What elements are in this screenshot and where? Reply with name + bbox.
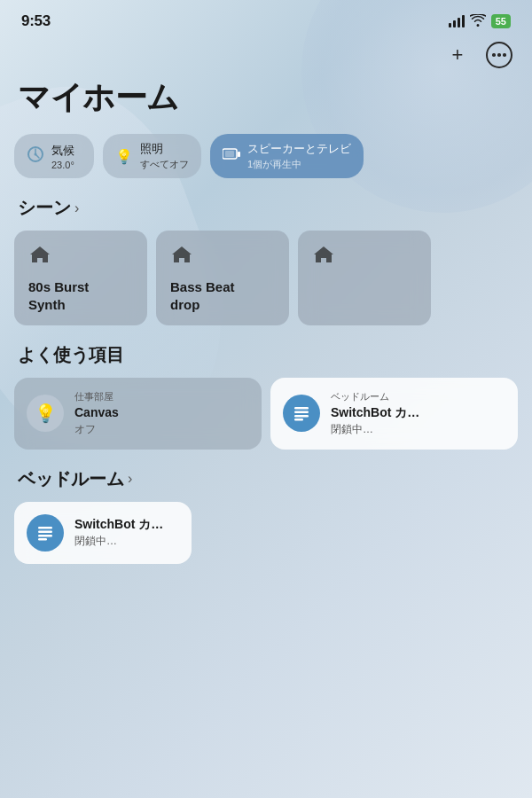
bedroom-device-card[interactable]: SwitchBot カ… 閉鎖中… [14,502,192,564]
bedroom-section-header: ベッドルーム › [0,467,532,502]
av-label: スピーカーとテレビ [247,141,351,157]
fav-card-canvas[interactable]: 💡 仕事部屋 Canvas オフ [14,378,262,450]
switchbot-fav-name: SwitchBot カ… [331,405,419,420]
climate-icon [27,145,44,167]
scene-icon-1 [28,243,133,271]
status-time: 9:53 [21,12,51,30]
switchbot-icon-circle [283,395,320,432]
scene-card-2[interactable]: Bass Beatdrop [156,231,289,325]
svg-rect-4 [238,152,240,157]
bedroom-title: ベッドルーム [18,467,124,491]
switchbot-fav-status: 閉鎖中… [331,422,419,437]
add-button[interactable]: + [443,41,472,69]
scene-row: 80s BurstSynth Bass Beatdrop [0,231,532,343]
bedroom-device-name: SwitchBot カ… [74,517,163,532]
svg-rect-10 [38,530,52,533]
svg-rect-3 [225,151,234,157]
battery-indicator: 55 [491,14,511,28]
action-bar: + [0,37,532,76]
favorites-row: 💡 仕事部屋 Canvas オフ ベッドルーム SwitchBot カ… [0,378,532,467]
signal-icon [449,15,465,27]
favorites-section-header: よく使う項目 [0,343,532,378]
scene-name-2: Bass Beatdrop [170,278,275,313]
status-icons: 55 [449,14,511,29]
category-climate[interactable]: 気候 23.0° [14,134,94,178]
category-row: 気候 23.0° 💡 照明 すべてオフ スピーカーとテレビ 1個が再生中 [0,134,532,196]
scene-icon-3 [312,243,417,271]
canvas-status: オフ [74,422,119,437]
climate-sub: 23.0° [51,160,74,170]
svg-rect-12 [38,538,47,541]
svg-point-1 [35,153,37,156]
bedroom-device-status: 閉鎖中… [74,534,163,549]
canvas-location: 仕事部屋 [74,390,119,403]
category-lighting[interactable]: 💡 照明 すべてオフ [103,134,201,178]
more-options-button[interactable] [486,42,512,68]
svg-rect-5 [294,407,309,410]
category-av[interactable]: スピーカーとテレビ 1個が再生中 [210,134,364,178]
bedroom-switchbot-icon [27,514,64,552]
lighting-label: 照明 [140,141,189,157]
scenes-title: シーン [18,196,71,220]
fav-card-switchbot[interactable]: ベッドルーム SwitchBot カ… 閉鎖中… [270,378,518,450]
svg-rect-6 [294,411,309,414]
svg-rect-9 [38,527,52,529]
scene-name-1: 80s BurstSynth [28,278,133,313]
svg-rect-11 [38,535,52,537]
scenes-section-header: シーン › [0,196,532,231]
lighting-icon: 💡 [115,148,133,165]
status-bar: 9:53 55 [0,0,532,37]
scene-icon-2 [170,243,275,271]
scene-card-3[interactable] [298,231,431,325]
scene-card-1[interactable]: 80s BurstSynth [14,231,147,325]
svg-rect-7 [294,415,309,418]
switchbot-fav-location: ベッドルーム [331,390,419,403]
dots-icon [492,53,506,57]
bulb-icon-circle: 💡 [27,395,64,432]
page-title: マイホーム [0,76,532,134]
wifi-icon [470,14,486,29]
canvas-name: Canvas [74,405,119,420]
av-sub: 1個が再生中 [247,158,351,171]
lighting-sub: すべてオフ [140,158,189,171]
climate-label: 気候 [51,143,74,159]
bedroom-arrow[interactable]: › [128,471,132,487]
svg-rect-8 [294,419,303,421]
favorites-title: よく使う項目 [18,343,124,367]
scenes-arrow[interactable]: › [74,200,79,216]
av-icon [223,147,240,165]
